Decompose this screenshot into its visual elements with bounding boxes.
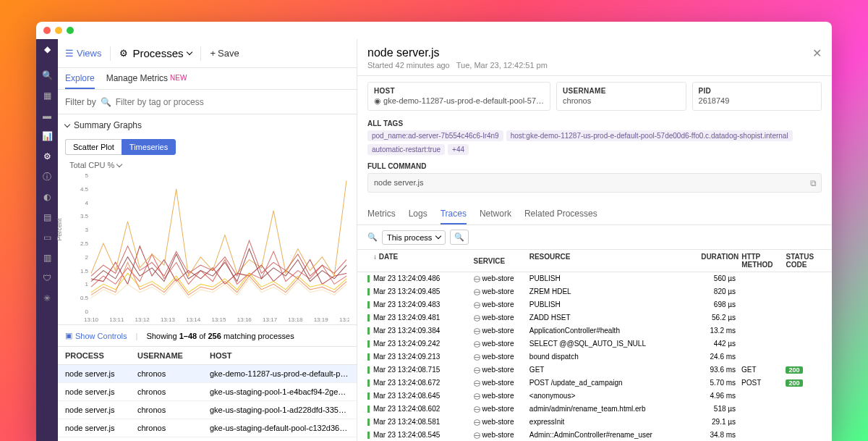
trace-scope-selector[interactable]: This process xyxy=(382,230,446,245)
trace-row[interactable]: Mar 23 13:24:09.481web-storeZADD HSET56.… xyxy=(357,311,832,324)
trace-row[interactable]: Mar 23 13:24:08.545web-storeAdmin::Admin… xyxy=(357,429,832,441)
trace-row[interactable]: Mar 23 13:24:09.483web-storePUBLISH698 µ… xyxy=(357,298,832,311)
svg-text:13:13: 13:13 xyxy=(161,316,176,323)
tag-pill[interactable]: +44 xyxy=(448,144,469,155)
svg-text:5: 5 xyxy=(85,172,89,179)
svg-text:3.5: 3.5 xyxy=(80,213,89,219)
table-row[interactable]: node server.jschronosgke-us-staging-pool… xyxy=(58,401,357,419)
svg-text:2.5: 2.5 xyxy=(80,240,89,247)
svg-text:13:19: 13:19 xyxy=(314,316,329,323)
security-icon[interactable]: 🛡 xyxy=(41,272,53,284)
svg-text:3: 3 xyxy=(85,227,89,233)
pid-info: PID 2618749 xyxy=(692,82,822,111)
y-axis-label: Percent xyxy=(56,218,63,240)
list-icon: ☰ xyxy=(65,48,74,59)
tab-logs[interactable]: Logs xyxy=(409,206,427,224)
timeseries-chart[interactable]: Percent 00.511.522.533.544.5513:1013:111… xyxy=(58,172,357,324)
info-icon[interactable]: ⓘ xyxy=(41,171,53,182)
show-controls-button[interactable]: ▣Show Controls xyxy=(65,331,127,340)
svg-text:13:16: 13:16 xyxy=(237,316,252,323)
result-count: Showing 1–48 of 256 matching processes xyxy=(146,332,294,340)
views-button[interactable]: ☰ Views xyxy=(65,48,101,59)
svg-text:1.5: 1.5 xyxy=(80,268,89,274)
logs-icon[interactable]: ▤ xyxy=(41,211,53,223)
save-button[interactable]: + Save xyxy=(210,48,239,59)
scatter-plot-tab[interactable]: Scatter Plot xyxy=(65,139,122,155)
infrastructure-icon[interactable]: ⚙ xyxy=(41,151,53,162)
tag-pill[interactable]: pod_name:ad-server-7b554c46c6-lr4n9 xyxy=(367,130,503,141)
trace-search-button[interactable]: 🔍 xyxy=(450,230,469,245)
logo-icon[interactable]: ◆ xyxy=(41,43,53,55)
svg-text:13:15: 13:15 xyxy=(211,316,226,323)
tag-pill[interactable]: automatic-restart:true xyxy=(367,144,445,155)
tab-related-processes[interactable]: Related Processes xyxy=(524,206,597,224)
process-table-header: PROCESS USERNAME HOST xyxy=(58,347,357,365)
settings-icon[interactable]: ✳ xyxy=(41,293,53,304)
trace-row[interactable]: Mar 23 13:24:08.581web-storeexpressInit2… xyxy=(357,416,832,429)
svg-text:1: 1 xyxy=(85,281,89,287)
trace-row[interactable]: Mar 23 13:24:09.485web-storeZREM HDEL820… xyxy=(357,285,832,298)
timeseries-tab[interactable]: Timeseries xyxy=(122,139,176,155)
detail-title: node server.js xyxy=(367,46,822,59)
divider xyxy=(110,46,111,61)
trace-row[interactable]: Mar 23 13:24:09.213web-storebound dispat… xyxy=(357,350,832,364)
search-icon[interactable]: 🔍 xyxy=(41,70,53,81)
svg-text:0: 0 xyxy=(85,308,89,315)
search-icon: 🔍 xyxy=(367,232,378,242)
svg-text:13:14: 13:14 xyxy=(186,316,201,323)
svg-text:13:11: 13:11 xyxy=(109,316,124,323)
command-label: FULL COMMAND xyxy=(367,162,822,170)
chevron-down-icon xyxy=(435,233,441,239)
close-window-icon[interactable] xyxy=(43,27,51,34)
integrations-icon[interactable]: ▭ xyxy=(41,232,53,243)
table-row[interactable]: node server.jschronosgke-us-staging-pool… xyxy=(58,383,357,401)
detail-subtitle: Started 42 minutes ago Tue, Mar 23, 12:4… xyxy=(367,61,822,70)
table-row[interactable]: node server.jschronosgke-us-staging-defa… xyxy=(58,419,357,437)
chevron-down-icon xyxy=(64,121,70,127)
page-title-dropdown[interactable]: ⚙ Processes xyxy=(119,47,192,59)
svg-text:13:17: 13:17 xyxy=(263,316,278,323)
trace-row[interactable]: Mar 23 13:24:09.486web-storePUBLISH560 µ… xyxy=(357,272,832,285)
close-panel-button[interactable]: ✕ xyxy=(812,46,822,60)
chevron-down-icon xyxy=(116,161,122,167)
notebooks-icon[interactable]: ▥ xyxy=(41,252,53,264)
filter-input[interactable] xyxy=(116,97,349,107)
command-box: node server.js ⧉ xyxy=(367,173,822,193)
svg-text:4: 4 xyxy=(85,200,89,206)
minimize-window-icon[interactable] xyxy=(55,27,62,34)
svg-text:13:18: 13:18 xyxy=(288,316,303,323)
username-info: USERNAME chronos xyxy=(556,82,686,111)
host-info[interactable]: HOST ◉ gke-demo-11287-us-prod-e-default-… xyxy=(367,82,550,111)
dashboards-icon[interactable]: ▦ xyxy=(41,90,53,101)
svg-text:13:20: 13:20 xyxy=(339,316,349,323)
trace-row[interactable]: Mar 23 13:24:08.672web-storePOST /update… xyxy=(357,377,832,390)
svg-text:13:10: 13:10 xyxy=(84,316,99,323)
apm-icon[interactable]: ◐ xyxy=(41,191,53,203)
tab-network[interactable]: Network xyxy=(480,206,511,224)
trace-row[interactable]: Mar 23 13:24:08.602web-storeadmin/admin/… xyxy=(357,403,832,416)
metrics-icon[interactable]: 📊 xyxy=(41,130,53,142)
tab-metrics[interactable]: Metrics xyxy=(367,206,396,224)
new-badge: NEW xyxy=(170,74,187,82)
trace-row[interactable]: Mar 23 13:24:08.645web-store<anonymous>4… xyxy=(357,390,832,403)
plus-icon: + xyxy=(210,48,216,59)
copy-icon[interactable]: ⧉ xyxy=(810,178,817,188)
trace-row[interactable]: Mar 23 13:24:08.715web-storeGET93.6 msGE… xyxy=(357,364,832,377)
tag-pill[interactable]: host:gke-demo-11287-us-prod-e-default-po… xyxy=(506,130,793,141)
tab-traces[interactable]: Traces xyxy=(441,206,467,224)
tab-explore[interactable]: Explore xyxy=(65,68,95,89)
monitors-icon[interactable]: ▬ xyxy=(41,110,53,122)
tags-label: ALL TAGS xyxy=(367,119,822,127)
gear-icon: ⚙ xyxy=(119,48,128,59)
trace-row[interactable]: Mar 23 13:24:09.242web-storeSELECT @@SQL… xyxy=(357,337,832,350)
table-row[interactable]: node server.jschronosgke-demo-11287-us-p… xyxy=(58,365,357,383)
summary-graphs-toggle[interactable]: Summary Graphs xyxy=(58,114,357,136)
svg-text:0.5: 0.5 xyxy=(80,295,89,301)
trace-row[interactable]: Mar 23 13:24:09.384web-storeApplicationC… xyxy=(357,324,832,337)
svg-text:4.5: 4.5 xyxy=(80,186,89,193)
metric-selector[interactable]: Total CPU % xyxy=(58,158,357,172)
divider xyxy=(200,46,201,61)
chevron-down-icon xyxy=(187,49,192,55)
tab-manage-metrics[interactable]: Manage Metrics NEW xyxy=(106,68,187,89)
zoom-window-icon[interactable] xyxy=(67,27,74,34)
